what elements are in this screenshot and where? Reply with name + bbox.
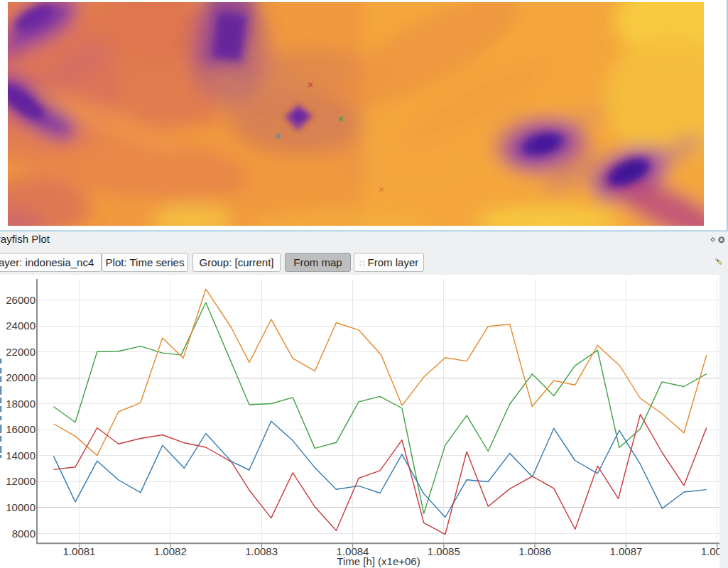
svg-text:22000: 22000 — [6, 346, 36, 358]
svg-text:1.0087: 1.0087 — [609, 545, 642, 557]
svg-text:1.0088: 1.0088 — [701, 545, 719, 557]
svg-text:26000: 26000 — [6, 294, 36, 306]
svg-text:14000: 14000 — [6, 449, 36, 462]
svg-text:8000: 8000 — [12, 528, 36, 540]
svg-text:18000: 18000 — [6, 398, 36, 410]
svg-text:1.0086: 1.0086 — [518, 545, 551, 557]
svg-text:20000: 20000 — [6, 371, 36, 383]
svg-text:1.0082: 1.0082 — [154, 545, 187, 557]
svg-text:12000: 12000 — [6, 475, 36, 487]
svg-text:Time [h] (x1e+06): Time [h] (x1e+06) — [337, 555, 420, 567]
svg-text:24000: 24000 — [6, 320, 36, 332]
svg-text:1.0083: 1.0083 — [245, 545, 278, 557]
svg-text:1.0081: 1.0081 — [63, 545, 96, 557]
svg-text:10000: 10000 — [6, 501, 36, 513]
svg-text:16000: 16000 — [6, 423, 36, 435]
svg-text:1.0085: 1.0085 — [428, 545, 460, 557]
